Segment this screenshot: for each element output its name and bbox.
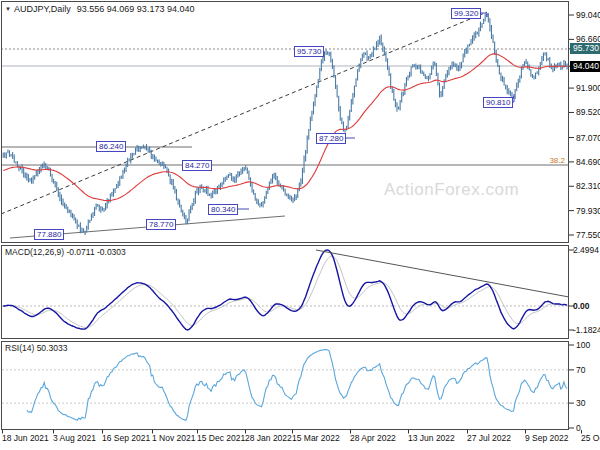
- date-axis-label: 15 Mar 2022: [292, 433, 340, 443]
- macd-title: MACD(12,26,9) -0.0711 -0.0303: [5, 247, 126, 257]
- symbol-name: AUDJPY,Daily: [14, 4, 71, 14]
- date-axis-label: 18 Jun 2021: [2, 433, 49, 443]
- date-axis-label: 9 Sep 2022: [525, 433, 568, 443]
- price-axis-label: 87.070: [576, 133, 600, 143]
- ohlc-values: 93.556 94.069 93.173 94.040: [77, 4, 195, 14]
- price-level-label-77880[interactable]: 77.880: [34, 229, 64, 240]
- macd-axis-label: 0.00: [573, 301, 590, 311]
- macd-axis-label: 2.4994: [573, 245, 599, 255]
- price-axis-label: 82.310: [576, 181, 600, 191]
- price-axis-label: 77.550: [576, 230, 600, 240]
- price-axis-label: 99.040: [576, 10, 600, 20]
- macd-axis-label: -1.1824: [573, 325, 600, 335]
- symbol-title: ▼AUDJPY,Daily93.556 94.069 93.173 94.040: [5, 4, 194, 14]
- rsi-axis-label: 100: [576, 340, 590, 350]
- date-axis-label: 25 Oct 2022: [581, 433, 600, 443]
- date-axis-label: 16 Sep 2021: [102, 433, 150, 443]
- date-axis-label: 15 Dec 2021: [197, 433, 245, 443]
- price-axis-label: 84.690: [576, 157, 600, 167]
- date-axis-label: 28 Apr 2022: [350, 433, 396, 443]
- date-axis-label: 13 Jun 2022: [408, 433, 455, 443]
- rsi-axis-label: 70: [576, 365, 585, 375]
- collapse-arrow-icon[interactable]: ▼: [5, 6, 11, 12]
- price-level-label-84270[interactable]: 84.270: [182, 160, 212, 171]
- rsi-axis-label: 0: [576, 423, 581, 433]
- date-axis-label: 3 Aug 2021: [53, 433, 96, 443]
- price-axis-label-highlight: 95.730: [570, 43, 600, 54]
- price-axis-label-highlight: 94.040: [570, 61, 600, 72]
- chart-overlay: ▼AUDJPY,Daily93.556 94.069 93.173 94.040…: [0, 0, 600, 450]
- rsi-axis-label: 30: [576, 398, 585, 408]
- price-axis-label: 89.520: [576, 107, 600, 117]
- chart-window: ActionForex.com ▼AUDJPY,Daily93.556 94.0…: [0, 0, 600, 450]
- date-axis-label: 28 Jan 2022: [245, 433, 292, 443]
- price-level-label-90810[interactable]: 90.810: [483, 97, 513, 108]
- rsi-title: RSI(14) 50.3033: [5, 343, 67, 353]
- price-level-label-87280[interactable]: 87.280: [316, 133, 346, 144]
- price-level-label-99320[interactable]: 99.320: [451, 8, 481, 19]
- price-axis-label: 79.930: [576, 206, 600, 216]
- fib-382-label: 38.2: [549, 156, 565, 165]
- price-level-label-95730[interactable]: 95.730: [294, 46, 324, 57]
- price-level-label-86240[interactable]: 86.240: [96, 141, 126, 152]
- price-axis-label: 91.900: [576, 83, 600, 93]
- date-axis-label: 1 Nov 2021: [152, 433, 195, 443]
- price-level-label-80340[interactable]: 80.340: [208, 204, 238, 215]
- price-level-label-78770[interactable]: 78.770: [146, 219, 176, 230]
- date-axis-label: 27 Jul 2022: [467, 433, 511, 443]
